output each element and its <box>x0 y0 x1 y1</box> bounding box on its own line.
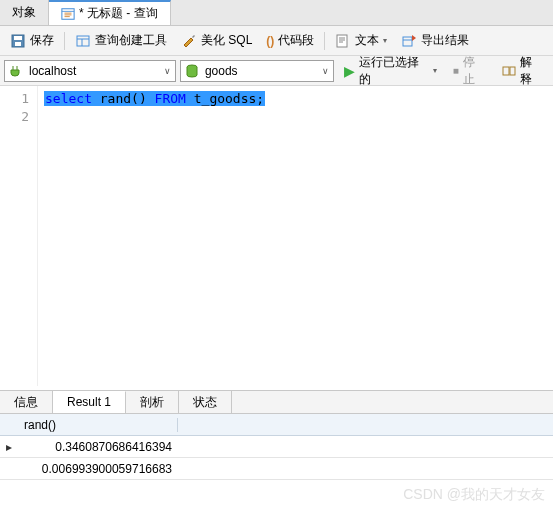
svg-rect-6 <box>14 36 22 40</box>
database-icon <box>185 64 199 78</box>
svg-rect-7 <box>15 42 21 46</box>
db-label: goods <box>205 64 316 78</box>
separator <box>64 32 65 50</box>
builder-label: 查询创建工具 <box>95 32 167 49</box>
code-area[interactable]: select rand() FROM t_goodss; <box>38 86 553 386</box>
snippet-button[interactable]: () 代码段 <box>260 29 320 52</box>
svg-rect-19 <box>510 67 515 75</box>
result-header: rand() <box>0 414 553 436</box>
export-icon <box>401 33 417 49</box>
table-row[interactable]: ▸ 0.3460870686416394 <box>0 436 553 458</box>
column-header[interactable]: rand() <box>18 418 178 432</box>
run-button[interactable]: ▶ 运行已选择的 ▾ <box>338 52 443 90</box>
builder-icon <box>75 33 91 49</box>
save-icon <box>10 33 26 49</box>
chevron-down-icon: ▾ <box>433 66 437 75</box>
tab-result[interactable]: Result 1 <box>53 391 126 413</box>
run-label: 运行已选择的 <box>359 54 429 88</box>
line-number: 1 <box>0 90 29 108</box>
explain-label: 解释 <box>520 54 543 88</box>
chevron-down-icon: ∨ <box>164 66 171 76</box>
tab-profile[interactable]: 剖析 <box>126 391 179 413</box>
current-row-icon: ▸ <box>0 440 18 454</box>
snippet-icon: () <box>266 34 274 48</box>
text-button[interactable]: 文本 ▾ <box>329 29 393 52</box>
play-icon: ▶ <box>344 63 355 79</box>
cell-value: 0.3460870686416394 <box>18 440 178 454</box>
beautify-icon <box>181 33 197 49</box>
tab-object-label: 对象 <box>12 4 36 21</box>
tab-query-label: * 无标题 - 查询 <box>79 5 158 22</box>
explain-icon <box>502 64 516 78</box>
beautify-label: 美化 SQL <box>201 32 252 49</box>
query-builder-button[interactable]: 查询创建工具 <box>69 29 173 52</box>
cell-value: 0.006993900059716683 <box>18 462 178 476</box>
svg-rect-15 <box>403 37 412 46</box>
line-gutter: 1 2 <box>0 86 38 386</box>
code-line: select rand() FROM t_goodss; <box>44 90 553 108</box>
export-button[interactable]: 导出结果 <box>395 29 475 52</box>
tab-info[interactable]: 信息 <box>0 391 53 413</box>
svg-rect-11 <box>337 35 347 47</box>
sql-editor[interactable]: 1 2 select rand() FROM t_goodss; <box>0 86 553 386</box>
save-label: 保存 <box>30 32 54 49</box>
stop-label: 停止 <box>463 54 486 88</box>
svg-rect-0 <box>62 8 74 19</box>
host-label: localhost <box>29 64 158 78</box>
tab-object[interactable]: 对象 <box>0 0 49 25</box>
stop-button: ■ 停止 <box>447 52 492 90</box>
explain-button[interactable]: 解释 <box>496 52 549 90</box>
plug-icon <box>9 64 23 78</box>
watermark: CSDN @我的天才女友 <box>403 486 545 504</box>
connection-row: localhost ∨ goods ∨ ▶ 运行已选择的 ▾ ■ 停止 解释 <box>0 56 553 86</box>
table-row[interactable]: 0.006993900059716683 <box>0 458 553 480</box>
tab-query[interactable]: * 无标题 - 查询 <box>49 0 171 25</box>
chevron-down-icon: ∨ <box>322 66 329 76</box>
save-button[interactable]: 保存 <box>4 29 60 52</box>
tab-status[interactable]: 状态 <box>179 391 232 413</box>
snippet-label: 代码段 <box>278 32 314 49</box>
svg-rect-8 <box>77 36 89 46</box>
db-dropdown[interactable]: goods ∨ <box>180 60 334 82</box>
host-dropdown[interactable]: localhost ∨ <box>4 60 176 82</box>
text-icon <box>335 33 351 49</box>
bottom-tabs: 信息 Result 1 剖析 状态 <box>0 390 553 414</box>
export-label: 导出结果 <box>421 32 469 49</box>
line-number: 2 <box>0 108 29 126</box>
separator <box>324 32 325 50</box>
top-tabs: 对象 * 无标题 - 查询 <box>0 0 553 26</box>
stop-icon: ■ <box>453 65 459 76</box>
query-icon <box>61 7 75 21</box>
svg-rect-18 <box>503 67 509 75</box>
text-label: 文本 <box>355 32 379 49</box>
chevron-down-icon: ▾ <box>383 36 387 45</box>
beautify-button[interactable]: 美化 SQL <box>175 29 258 52</box>
